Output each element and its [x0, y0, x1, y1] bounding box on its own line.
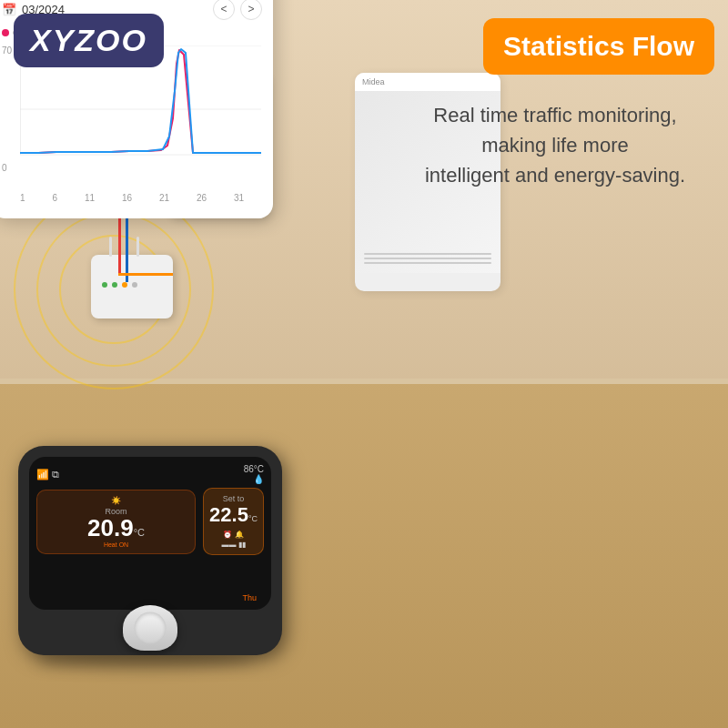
router-dot-3: [122, 282, 127, 288]
router-dot-4: [132, 282, 137, 288]
vent-line: [364, 262, 491, 264]
router-dot-1: [102, 282, 107, 288]
thermostat-top-row: 📶 ⧉ 86°C💧: [36, 464, 264, 484]
thermostat-day: Thu: [242, 593, 257, 602]
appliance-top-bar: Midea: [355, 73, 500, 91]
thermostat-main-display: ☀️ Room 20.9 °C Heat ON Set to 22.5 °C ⏰…: [36, 488, 264, 555]
x-label-31: 31: [234, 193, 244, 203]
y-label-max: 70: [2, 46, 12, 56]
router-antenna-2: [136, 237, 139, 257]
router-device: [91, 255, 173, 318]
tagline-text: Real time traffic monitoring, making lif…: [400, 100, 710, 190]
appliance-vent: [355, 253, 500, 264]
room-temp-section: ☀️ Room 20.9 °C Heat ON: [36, 490, 196, 554]
stats-label-box: Statistics Flow: [483, 18, 714, 75]
conn-line-orange: [118, 273, 173, 276]
y-label-min: 0: [2, 163, 7, 173]
nav-next-button[interactable]: >: [240, 0, 262, 20]
router-status-dots: [91, 255, 173, 288]
set-temp-unit: °C: [248, 514, 258, 523]
thermostat-knob[interactable]: [123, 605, 177, 651]
wifi-icon: 📶 ⧉: [36, 469, 59, 480]
x-label-26: 26: [197, 193, 207, 203]
vent-line: [364, 253, 491, 255]
x-label-21: 21: [159, 193, 169, 203]
set-label: Set to: [209, 494, 258, 503]
router-dot-2: [112, 282, 117, 288]
chart-x-labels: 1 6 11 16 21 26 31: [2, 191, 262, 203]
set-temperature: 22.5: [209, 503, 248, 527]
brand-name: XYZOO: [30, 23, 147, 57]
x-label-11: 11: [85, 193, 95, 203]
calendar-icon: 📅: [2, 3, 16, 16]
logo-box: XYZOO: [14, 14, 164, 67]
vent-line: [364, 258, 491, 259]
heat-status: Heat ON: [43, 541, 189, 548]
tagline-block: Real time traffic monitoring, making lif…: [400, 100, 710, 190]
x-label-16: 16: [122, 193, 132, 203]
thermo-mode-icons: 86°C💧: [244, 464, 264, 484]
router-antenna-1: [109, 237, 112, 257]
stats-label-text: Statistics Flow: [503, 31, 694, 61]
thermostat-knob-inner: [135, 612, 167, 644]
thermostat-screen: 📶 ⧉ 86°C💧 ☀️ Room 20.9 °C Heat ON Set to…: [29, 457, 271, 610]
x-label-6: 6: [52, 193, 57, 203]
chart-area: 70 0: [2, 46, 262, 191]
legend-dot-pink: [2, 29, 9, 36]
nav-prev-button[interactable]: <: [213, 0, 235, 20]
room-temperature: 20.9: [87, 516, 134, 540]
thermostat-device: 📶 ⧉ 86°C💧 ☀️ Room 20.9 °C Heat ON Set to…: [18, 446, 282, 655]
set-temp-section: Set to 22.5 °C ⏰ 🔔 ▬▬ ▮▮: [203, 488, 264, 555]
x-label-1: 1: [20, 193, 25, 203]
room-temp-unit: °C: [134, 527, 145, 538]
